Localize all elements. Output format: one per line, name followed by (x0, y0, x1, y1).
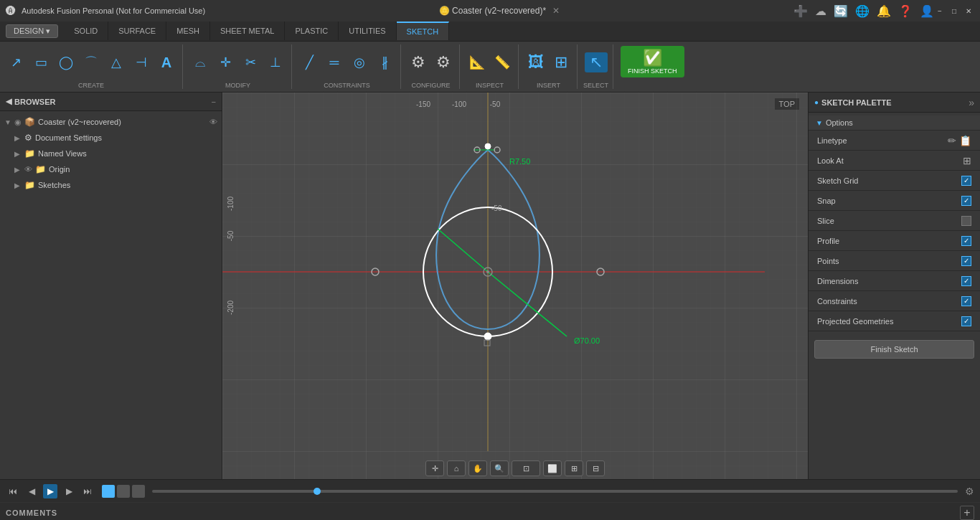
tool-circle[interactable]: ◯ (55, 54, 77, 71)
timeline-playhead[interactable] (314, 488, 321, 495)
nav-icon-user[interactable]: 👤 (920, 4, 934, 18)
checkbox-sketch-grid[interactable] (961, 176, 971, 186)
viewport[interactable]: -150 -100 -50 -100 -50 -200 R7.50 Ø70.00 (222, 93, 808, 479)
design-dropdown[interactable]: DESIGN ▾ (6, 24, 58, 38)
tool-inspect2[interactable]: 📏 (491, 54, 514, 71)
nav-icon-cloud[interactable]: ☁ (815, 4, 826, 18)
timeline-track[interactable] (152, 490, 958, 493)
tree-item-doc-settings[interactable]: ▶ ⚙ Document Settings (0, 130, 222, 146)
nav-icon-add[interactable]: ➕ (793, 4, 808, 18)
btn-first-keyframe[interactable]: ⏮ (6, 484, 20, 498)
tool-coincident[interactable]: ╱ (298, 54, 321, 71)
tab-mesh[interactable]: MESH (166, 22, 210, 40)
linetype-icon2[interactable]: 📋 (959, 135, 971, 146)
palette-row-sketch-grid[interactable]: Sketch Grid (809, 171, 980, 191)
tree-item-eye-root[interactable]: 👁 (209, 118, 217, 126)
settings-gear-icon[interactable]: ⚙ (965, 486, 974, 497)
vt-btn-transform[interactable]: ✛ (425, 460, 444, 476)
comments-add-button[interactable]: + (960, 506, 974, 520)
finish-sketch-button[interactable]: ✅ FINISH SKETCH (621, 46, 684, 77)
checkbox-constraints[interactable] (961, 296, 971, 306)
tab-solid[interactable]: SOLID (64, 22, 108, 40)
close-doc-icon[interactable]: ✕ (552, 6, 560, 16)
tool-midpoint[interactable]: ◎ (348, 54, 371, 71)
tool-extend[interactable]: ⊥ (264, 54, 287, 71)
palette-expand-icon[interactable]: » (969, 97, 974, 108)
maximize-button[interactable]: □ (948, 5, 960, 16)
tool-move[interactable]: ✛ (214, 54, 237, 71)
btn-last-keyframe[interactable]: ⏭ (80, 484, 95, 498)
minimize-button[interactable]: − (934, 5, 946, 16)
nav-icon-globe[interactable]: 🌐 (855, 4, 870, 18)
checkbox-profile[interactable] (961, 236, 971, 246)
vt-btn-fit[interactable]: ⊡ (512, 460, 540, 476)
timeline-mode-btn3[interactable] (132, 485, 145, 498)
tool-inspect1[interactable]: 📐 (466, 54, 489, 71)
vt-btn-pan[interactable]: ✋ (468, 460, 487, 476)
palette-row-profile[interactable]: Profile (809, 231, 980, 251)
close-button[interactable]: ✕ (963, 5, 974, 16)
tool-configure2[interactable]: ⚙ (432, 52, 455, 72)
tool-line[interactable]: ↗ (4, 54, 27, 71)
nav-icon-bell[interactable]: 🔔 (877, 4, 891, 18)
vt-btn-zoom-in[interactable]: 🔍 (490, 460, 509, 476)
tab-plastic[interactable]: PLASTIC (285, 22, 339, 40)
checkbox-dimensions[interactable] (961, 276, 971, 286)
look-at-icon[interactable]: ⊞ (963, 155, 971, 166)
tool-select[interactable]: ↖ (585, 52, 608, 72)
tree-visibility-icon[interactable]: ◉ (14, 118, 22, 127)
tab-sheet-metal[interactable]: SHEET METAL (210, 22, 285, 40)
collapse-icon[interactable]: ◀ (6, 97, 11, 106)
timeline-mode-btn1[interactable] (102, 485, 115, 498)
palette-row-linetype[interactable]: Linetype ✏ 📋 (809, 131, 980, 151)
tab-utilities[interactable]: UTILITIES (339, 22, 396, 40)
options-label: Options (826, 118, 853, 127)
palette-row-slice[interactable]: Slice (809, 211, 980, 231)
palette-row-look-at[interactable]: Look At ⊞ (809, 151, 980, 171)
tab-surface[interactable]: SURFACE (108, 22, 166, 40)
palette-row-dimensions[interactable]: Dimensions (809, 271, 980, 291)
vt-btn-home[interactable]: ⌂ (447, 460, 466, 476)
checkbox-snap[interactable] (961, 196, 971, 206)
palette-options-header[interactable]: ▼ Options (809, 115, 980, 131)
tool-polygon[interactable]: △ (105, 54, 128, 71)
tool-arc[interactable]: ⌒ (80, 54, 103, 71)
tool-configure1[interactable]: ⚙ (407, 52, 430, 72)
options-arrow-icon: ▼ (816, 119, 823, 127)
tool-trim[interactable]: ✂ (239, 54, 262, 71)
palette-row-snap[interactable]: Snap (809, 191, 980, 211)
tree-item-sketches[interactable]: ▶ 📁 Sketches (0, 177, 222, 193)
tool-text[interactable]: A (155, 53, 178, 72)
tree-item-root[interactable]: ▼ ◉ 📦 Coaster (v2~recovered) 👁 (0, 114, 222, 130)
tool-offset[interactable]: ⊣ (130, 54, 153, 71)
palette-row-constraints[interactable]: Constraints (809, 291, 980, 311)
btn-play[interactable]: ▶ (43, 484, 57, 498)
linetype-icon1[interactable]: ✏ (948, 135, 956, 146)
tool-rectangle[interactable]: ▭ (29, 54, 52, 71)
browser-close-icon[interactable]: − (212, 98, 216, 106)
main-area: ◀ BROWSER − ▼ ◉ 📦 Coaster (v2~recovered)… (0, 93, 980, 479)
timeline-mode-btn2[interactable] (117, 485, 130, 498)
tool-insert1[interactable]: 🖼 (524, 52, 547, 72)
tree-item-named-views[interactable]: ▶ 📁 Named Views (0, 146, 222, 161)
vt-btn-view[interactable]: ⬜ (543, 460, 562, 476)
btn-next-frame[interactable]: ▶ (62, 484, 76, 498)
tree-item-origin[interactable]: ▶ 👁 📁 Origin (0, 161, 222, 177)
vt-btn-grid2[interactable]: ⊟ (586, 460, 605, 476)
palette-row-points[interactable]: Points (809, 251, 980, 271)
nav-icon-sync[interactable]: 🔄 (834, 4, 848, 18)
checkbox-slice[interactable] (961, 216, 971, 226)
finish-sketch-palette-button[interactable]: Finish Sketch (814, 340, 974, 359)
tool-equal[interactable]: ═ (323, 54, 346, 71)
tree-visibility-origin[interactable]: 👁 (24, 165, 32, 174)
nav-icon-help[interactable]: ❓ (898, 4, 913, 18)
checkbox-projected-geo[interactable] (961, 316, 971, 326)
tool-fillet[interactable]: ⌓ (189, 54, 212, 71)
palette-row-projected-geo[interactable]: Projected Geometries (809, 311, 980, 331)
btn-prev-frame[interactable]: ◀ (24, 484, 39, 498)
tab-sketch[interactable]: SKETCH (397, 22, 450, 40)
vt-btn-grid[interactable]: ⊞ (565, 460, 583, 476)
tool-insert2[interactable]: ⊞ (550, 52, 573, 72)
checkbox-points[interactable] (961, 256, 971, 266)
tool-parallel[interactable]: ∦ (373, 54, 396, 71)
